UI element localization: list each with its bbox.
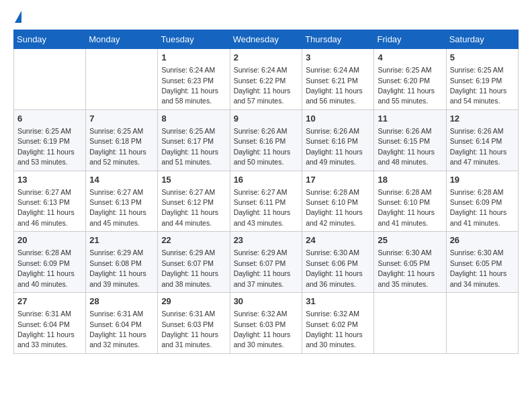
day-number: 12 (450, 113, 515, 125)
day-info: Sunrise: 6:24 AMSunset: 6:21 PMDaylight:… (306, 66, 363, 105)
day-info: Sunrise: 6:28 AMSunset: 6:09 PMDaylight:… (17, 248, 75, 287)
day-of-week-header: Saturday (446, 30, 518, 49)
day-info: Sunrise: 6:25 AMSunset: 6:19 PMDaylight:… (450, 66, 507, 105)
calendar-day-cell: 30Sunrise: 6:32 AMSunset: 6:03 PMDayligh… (230, 293, 302, 354)
calendar-day-cell: 19Sunrise: 6:28 AMSunset: 6:09 PMDayligh… (446, 171, 518, 232)
calendar-day-cell: 23Sunrise: 6:29 AMSunset: 6:07 PMDayligh… (230, 232, 302, 293)
day-number: 31 (306, 295, 370, 308)
day-number: 14 (89, 174, 154, 186)
calendar-day-cell: 21Sunrise: 6:29 AMSunset: 6:08 PMDayligh… (86, 232, 158, 293)
calendar-day-cell: 27Sunrise: 6:31 AMSunset: 6:04 PMDayligh… (14, 293, 86, 354)
day-info: Sunrise: 6:31 AMSunset: 6:04 PMDaylight:… (89, 310, 146, 349)
day-info: Sunrise: 6:27 AMSunset: 6:13 PMDaylight:… (17, 188, 75, 227)
day-number: 27 (17, 295, 82, 308)
day-number: 15 (161, 174, 226, 186)
calendar-day-cell: 2Sunrise: 6:24 AMSunset: 6:22 PMDaylight… (230, 49, 302, 110)
day-info: Sunrise: 6:31 AMSunset: 6:03 PMDaylight:… (161, 310, 218, 349)
day-info: Sunrise: 6:31 AMSunset: 6:04 PMDaylight:… (17, 310, 75, 349)
day-info: Sunrise: 6:27 AMSunset: 6:13 PMDaylight:… (89, 188, 146, 227)
day-number: 18 (378, 174, 442, 186)
day-info: Sunrise: 6:27 AMSunset: 6:11 PMDaylight:… (234, 188, 291, 227)
calendar-day-cell: 7Sunrise: 6:25 AMSunset: 6:18 PMDaylight… (86, 109, 158, 171)
day-info: Sunrise: 6:29 AMSunset: 6:07 PMDaylight:… (161, 248, 218, 287)
calendar-day-cell: 18Sunrise: 6:28 AMSunset: 6:10 PMDayligh… (374, 171, 446, 232)
day-info: Sunrise: 6:26 AMSunset: 6:14 PMDaylight:… (450, 127, 507, 166)
day-of-week-header: Wednesday (230, 30, 302, 49)
calendar-day-cell: 8Sunrise: 6:25 AMSunset: 6:17 PMDaylight… (158, 109, 230, 171)
calendar-week-row: 13Sunrise: 6:27 AMSunset: 6:13 PMDayligh… (14, 171, 519, 232)
day-number: 3 (306, 52, 370, 64)
day-info: Sunrise: 6:24 AMSunset: 6:23 PMDaylight:… (161, 66, 218, 105)
calendar-day-cell: 1Sunrise: 6:24 AMSunset: 6:23 PMDaylight… (158, 49, 230, 110)
day-info: Sunrise: 6:27 AMSunset: 6:12 PMDaylight:… (161, 188, 218, 227)
day-number: 25 (378, 234, 442, 246)
day-info: Sunrise: 6:25 AMSunset: 6:19 PMDaylight:… (17, 127, 75, 166)
calendar-day-cell: 14Sunrise: 6:27 AMSunset: 6:13 PMDayligh… (86, 171, 158, 232)
calendar-day-cell: 15Sunrise: 6:27 AMSunset: 6:12 PMDayligh… (158, 171, 230, 232)
calendar-day-cell (446, 293, 518, 354)
day-number: 28 (89, 295, 154, 308)
logo (13, 13, 21, 23)
calendar-day-cell: 4Sunrise: 6:25 AMSunset: 6:20 PMDaylight… (374, 49, 446, 110)
day-number: 23 (234, 234, 299, 246)
day-info: Sunrise: 6:28 AMSunset: 6:10 PMDaylight:… (306, 188, 363, 227)
calendar-day-cell: 17Sunrise: 6:28 AMSunset: 6:10 PMDayligh… (302, 171, 374, 232)
logo-triangle-icon (15, 11, 21, 23)
day-number: 2 (234, 52, 299, 64)
day-info: Sunrise: 6:25 AMSunset: 6:18 PMDaylight:… (89, 127, 146, 166)
day-number: 21 (89, 234, 154, 246)
day-number: 4 (378, 52, 442, 64)
calendar-day-cell (14, 49, 86, 110)
calendar-week-row: 20Sunrise: 6:28 AMSunset: 6:09 PMDayligh… (14, 232, 519, 293)
calendar-day-cell: 29Sunrise: 6:31 AMSunset: 6:03 PMDayligh… (158, 293, 230, 354)
day-number: 7 (89, 113, 154, 125)
day-number: 1 (161, 52, 226, 64)
day-number: 29 (161, 295, 226, 308)
day-of-week-header: Tuesday (158, 30, 230, 49)
calendar-day-cell: 25Sunrise: 6:30 AMSunset: 6:05 PMDayligh… (374, 232, 446, 293)
day-info: Sunrise: 6:29 AMSunset: 6:07 PMDaylight:… (234, 248, 291, 287)
day-number: 26 (450, 234, 515, 246)
calendar-day-cell (374, 293, 446, 354)
day-info: Sunrise: 6:29 AMSunset: 6:08 PMDaylight:… (89, 248, 146, 287)
day-info: Sunrise: 6:30 AMSunset: 6:05 PMDaylight:… (450, 248, 507, 287)
calendar-day-cell: 3Sunrise: 6:24 AMSunset: 6:21 PMDaylight… (302, 49, 374, 110)
day-number: 20 (17, 234, 82, 246)
calendar-day-cell: 12Sunrise: 6:26 AMSunset: 6:14 PMDayligh… (446, 109, 518, 171)
calendar-day-cell: 28Sunrise: 6:31 AMSunset: 6:04 PMDayligh… (86, 293, 158, 354)
day-of-week-header: Friday (374, 30, 446, 49)
day-number: 17 (306, 174, 370, 186)
calendar-day-cell: 10Sunrise: 6:26 AMSunset: 6:16 PMDayligh… (302, 109, 374, 171)
day-info: Sunrise: 6:28 AMSunset: 6:10 PMDaylight:… (378, 188, 435, 227)
day-number: 5 (450, 52, 515, 64)
calendar-day-cell (86, 49, 158, 110)
day-info: Sunrise: 6:30 AMSunset: 6:06 PMDaylight:… (306, 248, 363, 287)
calendar-day-cell: 11Sunrise: 6:26 AMSunset: 6:15 PMDayligh… (374, 109, 446, 171)
day-number: 19 (450, 174, 515, 186)
day-number: 24 (306, 234, 370, 246)
calendar-day-cell: 9Sunrise: 6:26 AMSunset: 6:16 PMDaylight… (230, 109, 302, 171)
calendar-day-cell: 24Sunrise: 6:30 AMSunset: 6:06 PMDayligh… (302, 232, 374, 293)
day-info: Sunrise: 6:26 AMSunset: 6:16 PMDaylight:… (234, 127, 291, 166)
day-info: Sunrise: 6:24 AMSunset: 6:22 PMDaylight:… (234, 66, 291, 105)
day-info: Sunrise: 6:25 AMSunset: 6:20 PMDaylight:… (378, 66, 435, 105)
day-number: 13 (17, 174, 82, 186)
calendar-table: SundayMondayTuesdayWednesdayThursdayFrid… (13, 30, 519, 354)
day-number: 6 (17, 113, 82, 125)
day-number: 8 (161, 113, 226, 125)
day-number: 16 (234, 174, 299, 186)
calendar-week-row: 6Sunrise: 6:25 AMSunset: 6:19 PMDaylight… (14, 109, 519, 171)
calendar-header-row: SundayMondayTuesdayWednesdayThursdayFrid… (14, 30, 519, 49)
calendar-day-cell: 16Sunrise: 6:27 AMSunset: 6:11 PMDayligh… (230, 171, 302, 232)
day-number: 30 (234, 295, 299, 308)
day-info: Sunrise: 6:26 AMSunset: 6:15 PMDaylight:… (378, 127, 435, 166)
calendar-day-cell: 13Sunrise: 6:27 AMSunset: 6:13 PMDayligh… (14, 171, 86, 232)
calendar-day-cell: 20Sunrise: 6:28 AMSunset: 6:09 PMDayligh… (14, 232, 86, 293)
day-info: Sunrise: 6:32 AMSunset: 6:03 PMDaylight:… (234, 310, 291, 349)
day-info: Sunrise: 6:26 AMSunset: 6:16 PMDaylight:… (306, 127, 363, 166)
calendar-day-cell: 5Sunrise: 6:25 AMSunset: 6:19 PMDaylight… (446, 49, 518, 110)
day-number: 22 (161, 234, 226, 246)
day-number: 9 (234, 113, 299, 125)
day-info: Sunrise: 6:25 AMSunset: 6:17 PMDaylight:… (161, 127, 218, 166)
day-number: 11 (378, 113, 442, 125)
